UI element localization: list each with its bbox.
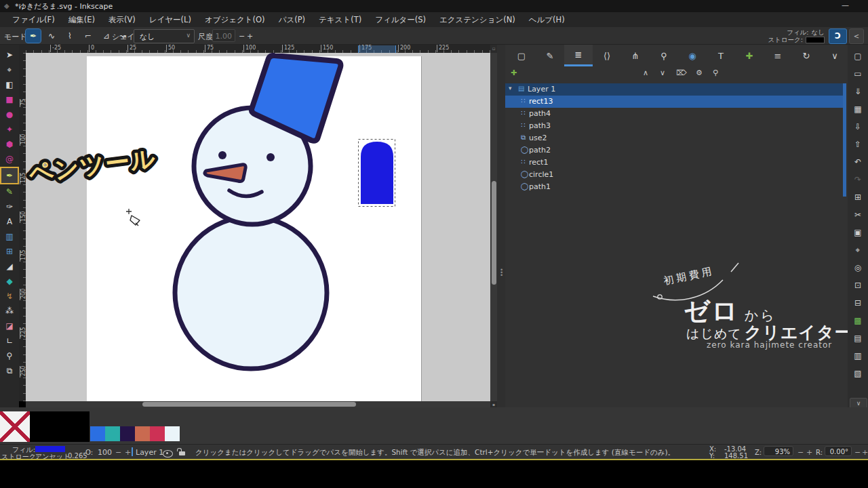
add-object-button[interactable]: ✚ — [511, 68, 517, 77]
import-button[interactable]: ⇩ — [848, 118, 868, 136]
object-row-rect13[interactable]: ∷ rect13 — [505, 96, 843, 108]
connector-tool[interactable]: ∟ — [1, 333, 18, 348]
opacity-value[interactable]: 100 — [98, 448, 112, 457]
palette-swatch-pale-blue[interactable] — [165, 426, 180, 441]
snowman-body[interactable] — [175, 217, 327, 369]
bezier-mode-button[interactable]: ✒ — [26, 29, 41, 43]
rectangle-tool[interactable]: ■ — [1, 92, 18, 107]
tab-objects[interactable]: ≣ — [564, 45, 593, 66]
mesh-gradient-tool[interactable]: ⊞ — [1, 244, 18, 259]
lower-object-button[interactable]: ∨ — [660, 68, 665, 77]
settings-gear-icon[interactable]: ⚙ — [696, 68, 703, 77]
undo-button[interactable]: ↶ — [848, 153, 868, 171]
palette-swatch-salmon[interactable] — [135, 426, 150, 441]
ellipse-tool[interactable]: ● — [1, 107, 18, 122]
tab-fill-stroke[interactable]: ◉ — [678, 45, 707, 66]
print-button[interactable]: ▦ — [848, 100, 868, 118]
rotation-input[interactable]: 0.00° — [825, 446, 852, 456]
create-clone-button[interactable]: ▤ — [848, 329, 868, 347]
bspline-mode-button[interactable]: ⌇ — [62, 29, 77, 43]
tab-xml-editor[interactable]: ⟨⟩ — [593, 45, 621, 66]
new-document-button[interactable]: ▢ — [848, 47, 868, 65]
menu-edit[interactable]: 編集(E) — [62, 12, 102, 27]
opacity-plus-button[interactable]: + — [125, 448, 131, 457]
zoom-minus-button[interactable]: − — [797, 448, 804, 457]
objects-scrollbar-thumb[interactable] — [843, 83, 846, 197]
zoom-selection-button[interactable]: ⌖ — [848, 241, 868, 259]
menu-layer[interactable]: レイヤー(L) — [142, 12, 198, 27]
tab-undo-history[interactable]: ↻ — [792, 45, 821, 66]
palette-swatch-black[interactable] — [30, 411, 60, 442]
search-icon[interactable]: ⚲ — [713, 68, 718, 77]
palette-swatch-dark-indigo[interactable] — [120, 426, 135, 441]
star-tool[interactable]: ✦ — [1, 122, 18, 137]
unlink-clone-button[interactable]: ▥ — [848, 347, 868, 365]
snowman-left-eye[interactable] — [218, 151, 226, 159]
node-editor-tool[interactable]: ⌖ — [1, 62, 18, 77]
palette-swatch-teal[interactable] — [105, 426, 120, 441]
tab-find-replace[interactable]: ⚲ — [650, 45, 678, 66]
current-fill-swatch[interactable] — [35, 446, 65, 452]
palette-swatch-blue[interactable] — [90, 426, 105, 441]
menu-view[interactable]: 表示(V) — [102, 12, 142, 27]
object-row-path1[interactable]: ◯ path1 — [505, 181, 843, 193]
tab-overflow[interactable]: ∨ — [821, 45, 849, 66]
horizontal-scrollbar-thumb[interactable] — [142, 402, 356, 407]
object-row-path3[interactable]: ∷ path3 — [505, 120, 843, 132]
export-button[interactable]: ⇧ — [848, 136, 868, 153]
tab-paths[interactable]: ⋔ — [621, 45, 650, 66]
group-button[interactable]: ▧ — [848, 365, 868, 382]
zoom-drawing-button[interactable]: ◎ — [848, 259, 868, 277]
tab-extensions[interactable]: ✚ — [735, 45, 764, 66]
object-row-rect1[interactable]: ∷ rect1 — [505, 157, 843, 169]
scale-minus-button[interactable]: − — [239, 32, 245, 41]
menu-path[interactable]: パス(P) — [272, 12, 312, 27]
save-button[interactable]: ⇓ — [848, 83, 868, 100]
object-row-use2[interactable]: ⧉ use2 — [505, 132, 843, 144]
stroke-color-swatch[interactable] — [806, 37, 825, 43]
duplicate-button[interactable]: ▩ — [848, 312, 868, 329]
spiro-mode-button[interactable]: ∿ — [44, 29, 59, 43]
palette-swatch-crimson[interactable] — [150, 426, 165, 441]
object-row-circle1[interactable]: ◯ circle1 — [505, 169, 843, 181]
raise-object-button[interactable]: ∧ — [643, 68, 648, 77]
pencil-tool[interactable]: ✎ — [1, 184, 18, 199]
tab-document-properties[interactable]: ▢ — [507, 45, 536, 66]
menu-object[interactable]: オブジェクト(O) — [198, 12, 272, 27]
object-row-path4[interactable]: ∷ path4 — [505, 108, 843, 120]
paint-bucket-tool[interactable]: ◆ — [1, 274, 18, 289]
rotation-minus-button[interactable]: − — [854, 448, 861, 457]
shape-builder-tool[interactable]: ◧ — [1, 77, 18, 92]
expander-chevron-icon[interactable]: ▾ — [509, 85, 512, 92]
menu-text[interactable]: テキスト(T) — [312, 12, 368, 27]
selected-blue-shape[interactable] — [361, 142, 393, 204]
menu-help[interactable]: ヘルプ(H) — [522, 12, 572, 27]
scrollbar-corner-toggle[interactable]: ▪ — [490, 401, 497, 407]
current-layer-selector[interactable]: Layer 1 — [136, 448, 163, 457]
zoom-1-1-button[interactable]: ⊟ — [848, 294, 868, 312]
scale-plus-button[interactable]: + — [247, 32, 253, 41]
palette-swatch-black[interactable] — [60, 411, 90, 442]
zoom-tool[interactable]: ⚲ — [1, 348, 18, 363]
menu-extensions[interactable]: エクステンション(N) — [433, 12, 522, 27]
snowman-right-eye[interactable] — [267, 153, 275, 161]
paste-button[interactable]: ▣ — [848, 224, 868, 241]
gradient-tool[interactable]: ▥ — [1, 229, 18, 244]
zoom-page-button[interactable]: ⊡ — [848, 277, 868, 294]
delete-object-button[interactable]: ⌦ — [676, 68, 687, 77]
tab-text-font[interactable]: T — [707, 45, 735, 66]
box-3d-tool[interactable]: ⬢ — [1, 137, 18, 152]
selector-tool[interactable]: ➤ — [1, 47, 18, 62]
minimize-button[interactable]: — — [842, 1, 849, 9]
object-row-path2[interactable]: ◯ path2 — [505, 144, 843, 157]
pen-tool[interactable]: ✒ — [1, 168, 18, 183]
menu-file[interactable]: ファイル(F) — [5, 12, 62, 27]
vertical-scrollbar-thumb[interactable] — [492, 181, 496, 285]
palette-swatch-none[interactable] — [0, 411, 30, 442]
layer-row[interactable]: ▾ ▤ Layer 1 — [505, 83, 843, 96]
layer-visibility-icon[interactable] — [163, 450, 173, 458]
horizontal-ruler[interactable] — [26, 45, 490, 53]
tab-object-properties[interactable]: ✎ — [536, 45, 564, 66]
zoom-input[interactable]: 93% — [764, 446, 793, 456]
shape-dropdown[interactable]: なし ∨ — [134, 29, 195, 43]
